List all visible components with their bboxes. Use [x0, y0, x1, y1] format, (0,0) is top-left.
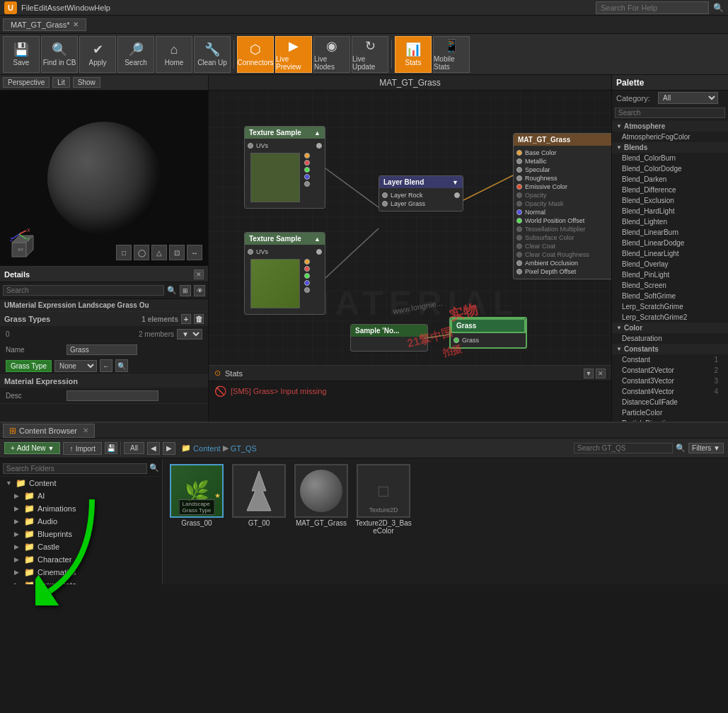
blend-lighten[interactable]: Blend_Lighten: [612, 216, 728, 227]
material-expression-header[interactable]: UMaterial Expression Landscape Grass Ou: [0, 299, 208, 311]
lerp-scratchgrime[interactable]: Lerp_ScratchGrime: [612, 301, 728, 312]
folder-crowddata[interactable]: ▶ 📁 CrowdData: [0, 579, 162, 584]
asset-search-input[interactable]: [574, 443, 673, 453]
vp-shape-btn-4[interactable]: ⊡: [169, 245, 185, 260]
cb-back-btn[interactable]: ◀: [147, 442, 160, 455]
details-grid-toggle[interactable]: ⊞: [180, 285, 191, 296]
details-eye-toggle[interactable]: 👁: [194, 285, 205, 296]
constant2-item[interactable]: Constant2Vector2: [612, 365, 728, 376]
details-search-input[interactable]: [3, 285, 164, 296]
live-nodes-button[interactable]: ◉ Live Nodes: [313, 36, 350, 73]
asset-mat-gt-grass[interactable]: MAT_GT_Grass: [293, 464, 349, 535]
cleanup-button[interactable]: 🔧 Clean Up: [194, 36, 231, 73]
vp-shape-btn-1[interactable]: □: [116, 245, 132, 260]
folder-blueprints[interactable]: ▶ 📁 Blueprints: [0, 528, 162, 540]
window-menu-item[interactable]: Window: [67, 4, 94, 12]
cb-close-icon[interactable]: ✕: [83, 427, 88, 434]
vp-shape-btn-2[interactable]: ◯: [134, 245, 149, 260]
apply-button[interactable]: ✔ Apply: [79, 36, 116, 73]
blend-colorburn[interactable]: Blend_ColorBurn: [612, 153, 728, 163]
blend-screen[interactable]: Blend_Screen: [612, 280, 728, 291]
live-preview-button[interactable]: ▶ Live Preview: [275, 36, 312, 73]
particle-color-item[interactable]: ParticleColor: [612, 407, 728, 418]
material-canvas[interactable]: MATERIAL Texture Sample ▲ UVs: [209, 91, 611, 365]
breadcrumb-content[interactable]: Content: [193, 444, 221, 453]
palette-search-input[interactable]: [615, 108, 725, 118]
content-browser-tab[interactable]: ⊞ Content Browser ✕: [3, 424, 95, 438]
sample-node[interactable]: Sample 'No...: [350, 324, 428, 352]
asset-menu-item[interactable]: Asset: [47, 4, 67, 12]
show-button[interactable]: Show: [73, 77, 100, 88]
lit-button[interactable]: Lit: [52, 77, 70, 88]
stats-button[interactable]: 📊 Stats: [395, 36, 432, 73]
details-close-btn[interactable]: ✕: [194, 269, 204, 279]
texture-sample-node-2[interactable]: Texture Sample ▲ UVs: [244, 232, 325, 315]
material-tab[interactable]: MAT_GT_Grass* ✕: [3, 18, 86, 31]
blend-linearlight[interactable]: Blend_LinearLight: [612, 248, 728, 259]
name-input[interactable]: [67, 344, 137, 355]
blend-darken[interactable]: Blend_Darken: [612, 174, 728, 185]
grass-types-remove-btn[interactable]: 🗑: [194, 314, 204, 324]
folder-audio[interactable]: ▶ 📁 Audio: [0, 515, 162, 528]
home-button[interactable]: ⌂ Home: [156, 36, 192, 73]
blend-colordodge[interactable]: Blend_ColorDodge: [612, 163, 728, 174]
help-menu-item[interactable]: Help: [94, 4, 110, 12]
connectors-button[interactable]: ⬡ Connectors: [237, 36, 274, 73]
breadcrumb-gtqs[interactable]: GT_QS: [231, 444, 257, 453]
blend-hardlight[interactable]: Blend_HardLight: [612, 206, 728, 216]
material-output-node[interactable]: MAT_GT_Grass Base Color Metallic Specula…: [513, 133, 611, 279]
atmosphere-section[interactable]: Atmosphere: [612, 121, 728, 132]
blend-softgrime[interactable]: Blend_SoftGrime: [612, 291, 728, 301]
blend-exclusion[interactable]: Blend_Exclusion: [612, 195, 728, 206]
vp-shape-btn-3[interactable]: △: [151, 245, 167, 260]
material-expression-header-2[interactable]: Material Expression: [0, 375, 208, 388]
blend-linearburn[interactable]: Blend_LinearBurn: [612, 227, 728, 238]
grass-types-add-btn[interactable]: +: [181, 314, 191, 324]
vp-shape-btn-5[interactable]: ↔: [187, 245, 202, 260]
color-section[interactable]: Color: [612, 323, 728, 333]
all-button[interactable]: All: [124, 442, 144, 454]
save-button[interactable]: 💾 Save: [3, 36, 40, 73]
blends-section[interactable]: Blends: [612, 142, 728, 153]
layer-blend-node[interactable]: Layer Blend ▼ Layer Rock Layer Grass: [379, 175, 463, 211]
asset-grass00[interactable]: 🌿 LandscapeGrass Type ★ Grass_00: [168, 464, 225, 535]
lerp-scratchgrime2[interactable]: Lerp_ScratchGrime2: [612, 312, 728, 323]
constant3-item[interactable]: Constant3Vector3: [612, 376, 728, 386]
folder-content[interactable]: ▼ 📁 Content: [0, 477, 162, 489]
grass-types-header[interactable]: Grass Types 1 elements + 🗑: [0, 312, 208, 326]
search-button[interactable]: 🔎 Search: [117, 36, 154, 73]
constant-item[interactable]: Constant1: [612, 354, 728, 365]
folder-castle[interactable]: ▶ 📁 Castle: [0, 540, 162, 553]
save-all-button[interactable]: 💾: [105, 442, 117, 454]
folder-character[interactable]: ▶ 📁 Character: [0, 553, 162, 566]
grass-node[interactable]: Grass Grass: [449, 317, 527, 349]
folder-search-input[interactable]: [3, 463, 147, 474]
constants-section[interactable]: Constants: [612, 344, 728, 354]
distance-cull-item[interactable]: DistanceCullFade: [612, 397, 728, 407]
grass-type-label[interactable]: Grass Type: [6, 360, 52, 372]
cb-filter-btn[interactable]: Filters ▼: [688, 443, 724, 453]
mobile-stats-button[interactable]: 📱 Mobile Stats: [433, 36, 470, 73]
asset-texture2d[interactable]: □ Texture2D Texture2D_3_BaseColor: [355, 464, 412, 535]
stats-collapse-btn[interactable]: ▼: [584, 369, 594, 378]
asset-gt00[interactable]: GT_00: [231, 464, 287, 535]
help-search-input[interactable]: [596, 1, 709, 14]
grass-type-select[interactable]: None: [54, 360, 97, 372]
folder-ai[interactable]: ▶ 📁 AI: [0, 489, 162, 502]
add-new-button[interactable]: + Add New ▼: [4, 442, 60, 454]
desaturation-item[interactable]: Desaturation: [612, 333, 728, 344]
blend-lineardodge[interactable]: Blend_LinearDodge: [612, 238, 728, 248]
folder-cinematics[interactable]: ▶ 📁 Cinematics: [0, 566, 162, 579]
blend-pinlight[interactable]: Blend_PinLight: [612, 269, 728, 280]
find-in-cb-button[interactable]: 🔍 Find in CB: [41, 36, 78, 73]
constant4-item[interactable]: Constant4Vector4: [612, 386, 728, 397]
atmospheric-fog-item[interactable]: AtmosphericFogColor: [612, 132, 728, 142]
stats-close-btn[interactable]: ✕: [596, 369, 606, 378]
grass-type-back-btn[interactable]: ←: [100, 359, 112, 372]
perspective-button[interactable]: Perspective: [3, 77, 50, 88]
blend-difference[interactable]: Blend_Difference: [612, 185, 728, 195]
close-tab-icon[interactable]: ✕: [73, 21, 79, 28]
desc-input[interactable]: [67, 390, 158, 401]
particle-dir-item[interactable]: ParticleDirection: [612, 418, 728, 422]
import-button[interactable]: ↑ Import: [63, 442, 102, 455]
